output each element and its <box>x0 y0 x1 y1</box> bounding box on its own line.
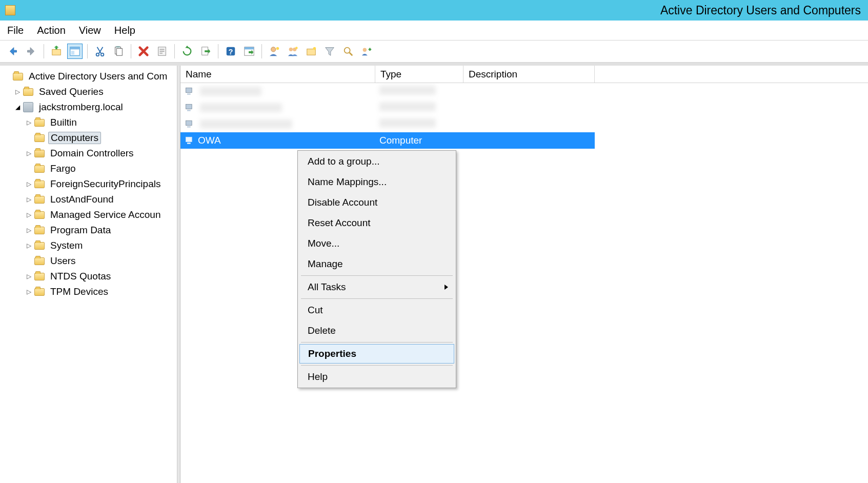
ctx-disable-account[interactable]: Disable Account <box>299 193 454 212</box>
ctx-all-tasks[interactable]: All Tasks <box>299 277 454 297</box>
context-menu: Add to a group... Name Mappings... Disab… <box>297 150 456 388</box>
ctx-move[interactable]: Move... <box>299 234 454 253</box>
ctx-properties[interactable]: Properties <box>299 344 454 364</box>
svg-rect-29 <box>186 104 192 109</box>
list-row-redacted[interactable] <box>180 99 868 116</box>
ctx-name-mappings[interactable]: Name Mappings... <box>299 172 454 192</box>
svg-point-20 <box>289 48 293 51</box>
add-to-group-button[interactable] <box>359 44 374 59</box>
tree-ntds[interactable]: ▷ NTDS Quotas <box>0 269 180 284</box>
ctx-reset-account[interactable]: Reset Account <box>299 213 454 233</box>
ctx-manage[interactable]: Manage <box>299 254 454 274</box>
expander-icon <box>25 257 33 265</box>
column-description[interactable]: Description <box>463 66 595 83</box>
new-user-button[interactable] <box>267 44 282 59</box>
folder-icon <box>34 255 45 267</box>
refresh-button[interactable] <box>179 44 195 59</box>
expander-collapsed-icon[interactable]: ▷ <box>25 180 33 188</box>
menu-file[interactable]: File <box>7 25 24 36</box>
expander-collapsed-icon[interactable]: ▷ <box>25 226 33 234</box>
tree-domain[interactable]: ◢ jackstromberg.local <box>0 99 180 115</box>
submenu-arrow-icon <box>445 285 448 290</box>
row-type: Computer <box>375 135 463 146</box>
folder-icon <box>34 240 45 251</box>
up-one-level-button[interactable] <box>49 44 64 59</box>
delete-button[interactable] <box>136 44 151 59</box>
nav-forward-button[interactable] <box>24 44 39 59</box>
svg-point-4 <box>96 53 99 56</box>
tree-system[interactable]: ▷ System <box>0 238 180 253</box>
tree-root-label: Active Directory Users and Com <box>27 71 169 82</box>
expander-collapsed-icon[interactable]: ▷ <box>25 118 33 127</box>
tree-lost-and-found[interactable]: ▷ LostAndFound <box>0 192 180 207</box>
show-hide-console-tree-button[interactable] <box>67 44 83 59</box>
list-pane: Name Type Description <box>180 66 868 483</box>
folder-icon <box>34 132 45 144</box>
tree-computers[interactable]: Computers <box>0 130 180 146</box>
new-ou-button[interactable] <box>304 44 319 59</box>
svg-rect-31 <box>186 120 192 125</box>
folder-icon <box>34 178 45 190</box>
expander-collapsed-icon[interactable]: ▷ <box>13 88 22 96</box>
svg-rect-32 <box>187 126 191 128</box>
find-button[interactable] <box>340 44 356 59</box>
tree-msa[interactable]: ▷ Managed Service Accoun <box>0 207 180 223</box>
column-type[interactable]: Type <box>375 66 463 83</box>
tree-fargo[interactable]: Fargo <box>0 161 180 176</box>
tree-label: LostAndFound <box>48 194 116 205</box>
tree-builtin[interactable]: ▷ Builtin <box>0 115 180 130</box>
list-row-redacted[interactable] <box>180 116 868 132</box>
computer-icon <box>185 86 195 96</box>
help-button[interactable]: ? <box>223 44 238 59</box>
expander-expanded-icon[interactable]: ◢ <box>13 103 22 111</box>
nav-back-button[interactable] <box>5 44 21 59</box>
svg-rect-33 <box>186 137 192 142</box>
svg-rect-17 <box>245 47 254 50</box>
menu-view[interactable]: View <box>79 25 101 36</box>
folder-icon <box>34 117 45 128</box>
svg-rect-27 <box>186 88 192 92</box>
new-group-button[interactable] <box>285 44 300 59</box>
tree-fsp[interactable]: ▷ ForeignSecurityPrincipals <box>0 176 180 192</box>
tree-users[interactable]: Users <box>0 253 180 269</box>
svg-rect-7 <box>116 49 122 56</box>
list-row-owa[interactable]: OWA Computer <box>180 132 595 149</box>
expander-collapsed-icon[interactable]: ▷ <box>25 149 33 157</box>
properties-button[interactable] <box>154 44 170 59</box>
toolbar-separator <box>218 44 218 58</box>
svg-point-24 <box>313 47 316 50</box>
svg-rect-8 <box>116 46 119 48</box>
expander-collapsed-icon[interactable]: ▷ <box>25 195 33 204</box>
ctx-help[interactable]: Help <box>299 367 454 387</box>
expander-collapsed-icon[interactable]: ▷ <box>25 211 33 219</box>
menu-help[interactable]: Help <box>114 25 135 36</box>
splitter-handle[interactable] <box>177 66 180 483</box>
export-list-button[interactable] <box>198 44 213 59</box>
tree-label: Program Data <box>48 225 113 236</box>
tree-program-data[interactable]: ▷ Program Data <box>0 223 180 238</box>
filter-button[interactable] <box>322 44 337 59</box>
window-title: Active Directory Users and Computers <box>660 4 861 17</box>
list-header: Name Type Description <box>180 66 868 83</box>
ctx-delete[interactable]: Delete <box>299 321 454 340</box>
ctx-add-to-group[interactable]: Add to a group... <box>299 152 454 171</box>
tree-tpm[interactable]: ▷ TPM Devices <box>0 284 180 299</box>
computer-icon <box>185 135 195 146</box>
cut-button[interactable] <box>92 44 108 59</box>
action-pane-button[interactable] <box>241 44 257 59</box>
expander-collapsed-icon[interactable]: ▷ <box>25 242 33 250</box>
ctx-cut[interactable]: Cut <box>299 300 454 320</box>
tree-domain-controllers[interactable]: ▷ Domain Controllers <box>0 146 180 161</box>
svg-point-25 <box>345 48 350 53</box>
computer-icon <box>185 119 195 129</box>
tree-root[interactable]: Active Directory Users and Com <box>0 69 180 84</box>
column-name[interactable]: Name <box>180 66 375 83</box>
menu-action[interactable]: Action <box>37 25 66 36</box>
tree-saved-queries[interactable]: ▷ Saved Queries <box>0 84 180 99</box>
toolbar: ? <box>0 40 868 63</box>
expander-collapsed-icon[interactable]: ▷ <box>25 272 33 280</box>
list-row-redacted[interactable] <box>180 83 868 99</box>
tree-label: Domain Controllers <box>48 148 136 159</box>
copy-button[interactable] <box>111 44 126 59</box>
expander-collapsed-icon[interactable]: ▷ <box>25 288 33 296</box>
